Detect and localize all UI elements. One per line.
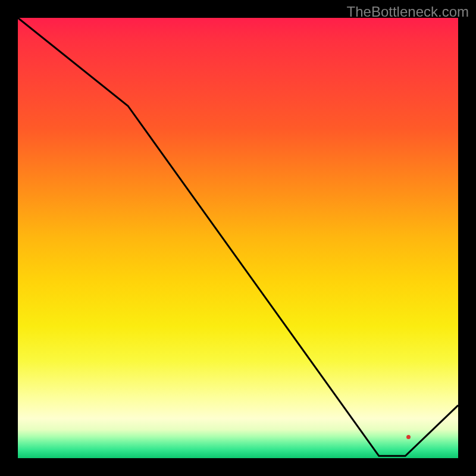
chart-annotation-dot <box>406 435 411 439</box>
chart-overlay-svg <box>18 18 458 458</box>
watermark-text: TheBottleneck.com <box>347 4 469 20</box>
chart-root: TheBottleneck.com <box>0 0 476 476</box>
chart-line <box>18 18 458 456</box>
